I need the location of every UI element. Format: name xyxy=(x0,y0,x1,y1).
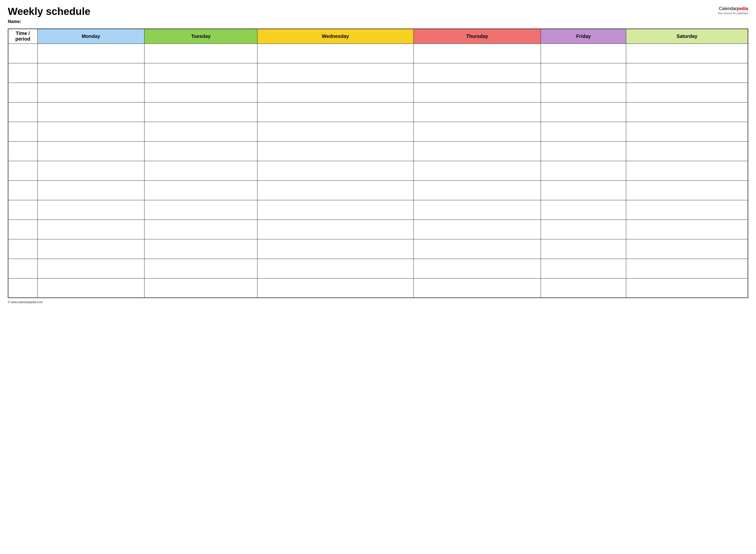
table-cell[interactable] xyxy=(145,180,257,200)
page-title: Weekly schedule xyxy=(8,6,91,17)
table-row xyxy=(8,239,748,259)
table-cell[interactable] xyxy=(626,161,748,180)
table-cell[interactable] xyxy=(257,102,414,122)
table-cell[interactable] xyxy=(38,44,145,63)
table-cell[interactable] xyxy=(8,122,38,141)
table-cell[interactable] xyxy=(8,239,38,259)
table-cell[interactable] xyxy=(257,239,414,259)
table-cell[interactable] xyxy=(145,63,257,82)
table-cell[interactable] xyxy=(38,141,145,161)
table-cell[interactable] xyxy=(145,200,257,220)
table-cell[interactable] xyxy=(145,44,257,63)
table-cell[interactable] xyxy=(541,161,626,180)
table-cell[interactable] xyxy=(541,180,626,200)
table-cell[interactable] xyxy=(145,141,257,161)
table-cell[interactable] xyxy=(541,239,626,259)
table-cell[interactable] xyxy=(8,63,38,82)
table-cell[interactable] xyxy=(145,161,257,180)
table-cell[interactable] xyxy=(38,220,145,239)
table-cell[interactable] xyxy=(257,122,414,141)
table-cell[interactable] xyxy=(414,161,541,180)
table-cell[interactable] xyxy=(38,180,145,200)
table-cell[interactable] xyxy=(541,278,626,298)
table-cell[interactable] xyxy=(38,82,145,102)
table-cell[interactable] xyxy=(414,82,541,102)
table-cell[interactable] xyxy=(626,141,748,161)
table-cell[interactable] xyxy=(257,200,414,220)
table-cell[interactable] xyxy=(541,259,626,278)
table-cell[interactable] xyxy=(257,63,414,82)
table-cell[interactable] xyxy=(145,278,257,298)
table-cell[interactable] xyxy=(541,82,626,102)
table-cell[interactable] xyxy=(414,180,541,200)
table-cell[interactable] xyxy=(257,82,414,102)
table-cell[interactable] xyxy=(414,220,541,239)
table-cell[interactable] xyxy=(145,102,257,122)
table-cell[interactable] xyxy=(38,122,145,141)
table-cell[interactable] xyxy=(541,44,626,63)
table-cell[interactable] xyxy=(145,220,257,239)
table-cell[interactable] xyxy=(8,180,38,200)
table-cell[interactable] xyxy=(626,180,748,200)
logo-container: Calendarpedia Your source for calendars xyxy=(718,6,748,15)
table-cell[interactable] xyxy=(38,278,145,298)
table-row xyxy=(8,200,748,220)
table-cell[interactable] xyxy=(257,259,414,278)
footer-text: © www.calendarpedia.com xyxy=(8,300,43,304)
table-row xyxy=(8,82,748,102)
table-cell[interactable] xyxy=(38,259,145,278)
table-cell[interactable] xyxy=(38,102,145,122)
table-cell[interactable] xyxy=(541,200,626,220)
table-cell[interactable] xyxy=(626,63,748,82)
table-cell[interactable] xyxy=(414,259,541,278)
table-cell[interactable] xyxy=(257,180,414,200)
table-cell[interactable] xyxy=(145,122,257,141)
table-cell[interactable] xyxy=(414,239,541,259)
table-cell[interactable] xyxy=(38,200,145,220)
table-cell[interactable] xyxy=(8,220,38,239)
table-cell[interactable] xyxy=(626,259,748,278)
table-cell[interactable] xyxy=(38,239,145,259)
table-cell[interactable] xyxy=(8,82,38,102)
logo-text: Calendarpedia xyxy=(718,6,748,11)
table-cell[interactable] xyxy=(414,102,541,122)
table-cell[interactable] xyxy=(145,82,257,102)
table-cell[interactable] xyxy=(626,82,748,102)
table-cell[interactable] xyxy=(626,102,748,122)
table-cell[interactable] xyxy=(626,278,748,298)
table-cell[interactable] xyxy=(541,122,626,141)
table-cell[interactable] xyxy=(541,102,626,122)
table-cell[interactable] xyxy=(8,278,38,298)
table-cell[interactable] xyxy=(38,63,145,82)
table-cell[interactable] xyxy=(257,44,414,63)
table-cell[interactable] xyxy=(541,141,626,161)
table-cell[interactable] xyxy=(8,141,38,161)
table-cell[interactable] xyxy=(8,44,38,63)
table-cell[interactable] xyxy=(257,161,414,180)
table-cell[interactable] xyxy=(626,122,748,141)
table-cell[interactable] xyxy=(626,239,748,259)
table-cell[interactable] xyxy=(541,63,626,82)
table-cell[interactable] xyxy=(257,220,414,239)
table-cell[interactable] xyxy=(414,141,541,161)
table-cell[interactable] xyxy=(8,259,38,278)
table-cell[interactable] xyxy=(414,63,541,82)
table-cell[interactable] xyxy=(414,278,541,298)
table-cell[interactable] xyxy=(257,141,414,161)
table-cell[interactable] xyxy=(8,161,38,180)
table-cell[interactable] xyxy=(626,220,748,239)
table-cell[interactable] xyxy=(414,44,541,63)
name-row: Name: xyxy=(8,19,748,24)
table-cell[interactable] xyxy=(414,122,541,141)
table-cell[interactable] xyxy=(626,44,748,63)
table-cell[interactable] xyxy=(145,239,257,259)
table-cell[interactable] xyxy=(626,200,748,220)
table-row xyxy=(8,102,748,122)
table-cell[interactable] xyxy=(541,220,626,239)
table-cell[interactable] xyxy=(38,161,145,180)
table-cell[interactable] xyxy=(145,259,257,278)
table-cell[interactable] xyxy=(414,200,541,220)
table-cell[interactable] xyxy=(8,102,38,122)
table-cell[interactable] xyxy=(257,278,414,298)
table-cell[interactable] xyxy=(8,200,38,220)
